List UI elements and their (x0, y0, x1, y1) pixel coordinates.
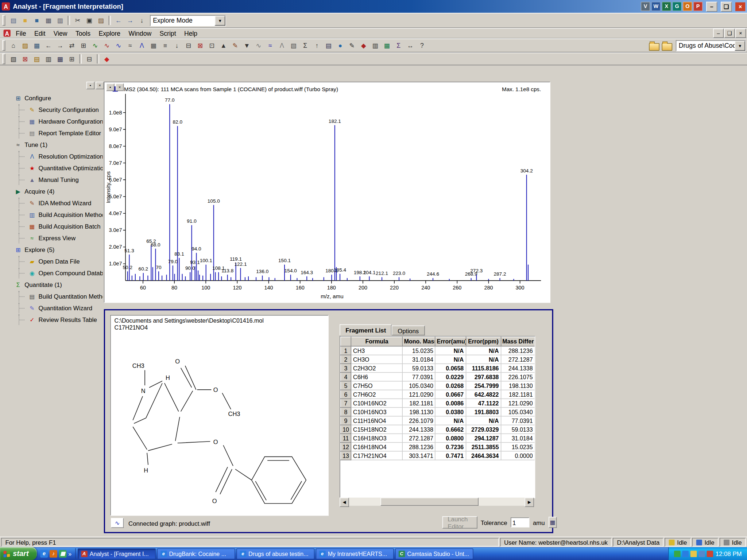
show-info-icon[interactable]: ● (335, 40, 345, 50)
close-button[interactable]: × (735, 2, 745, 11)
sidebar-item-review-results-table[interactable]: ✓Review Results Table (14, 314, 102, 326)
help-mode-icon[interactable]: ? (417, 40, 427, 50)
camtasia-tray-icon[interactable] (674, 551, 681, 557)
outlook-icon[interactable]: O (683, 2, 692, 11)
security-tray-icon[interactable] (707, 551, 713, 557)
mdi-restore-button[interactable]: ❑ (724, 28, 735, 38)
fragment-row[interactable]: 7C10H16NO2182.11810.008647.1122121.0290C… (341, 399, 535, 408)
sidebar-item-acquire-4[interactable]: ▶Acquire (4) (14, 186, 102, 197)
open-icon[interactable]: ■ (20, 15, 30, 25)
pane-options-icon[interactable]: ▪ (106, 83, 114, 91)
menu-item-file[interactable]: File (12, 29, 30, 37)
offset-icon[interactable]: ↑ (311, 40, 322, 50)
paste-icon[interactable]: ▨ (96, 15, 106, 25)
fragment-row[interactable]: 5C7H5O105.03400.0268254.7999198.1130C10H… (341, 381, 535, 390)
save-compound-folder-icon[interactable] (662, 43, 672, 51)
excel-icon[interactable]: X (662, 2, 671, 11)
quick-launch-overflow-icon[interactable]: » (68, 551, 71, 557)
ie-quicklaunch-icon[interactable]: e (40, 550, 48, 557)
sidebar-item-open-compound-database[interactable]: ◉Open Compound Database (14, 267, 102, 279)
sidebar-item-report-template-editor[interactable]: ▤Report Template Editor (14, 127, 102, 139)
fragment-row[interactable]: 6C7H6O2121.02900.0667642.4822182.1181C10… (341, 390, 535, 399)
menu-item-tools[interactable]: Tools (71, 29, 94, 37)
toolbar-grip[interactable] (2, 15, 5, 26)
volume-tray-icon[interactable] (690, 551, 697, 557)
cycle-overlay-icon[interactable]: ↓ (171, 40, 182, 50)
delete-selected-icon[interactable]: ⊠ (20, 54, 30, 64)
desktop-quicklaunch-icon[interactable]: ▦ (59, 550, 67, 557)
fragment-row[interactable]: 4C6H677.03910.0229297.6838226.1075C11H16… (341, 373, 535, 381)
sidebar-item-resolution-optimization[interactable]: ΛResolution Optimization (14, 151, 102, 162)
threshold-icon[interactable]: ▼ (241, 40, 252, 50)
send-icon[interactable]: ↓ (136, 15, 147, 25)
groupwise-icon[interactable]: G (672, 2, 682, 11)
clock[interactable]: 12:08 PM (716, 550, 742, 557)
fragment-row[interactable]: 10C15H18NO2244.13380.66622729.032959.013… (341, 425, 535, 434)
launch-editor-button[interactable]: Launch Editor (442, 516, 477, 529)
sidebar-item-build-quantitation-method[interactable]: ▤Build Quantitation Method (14, 291, 102, 302)
show-audit-icon[interactable]: ▦ (55, 54, 65, 64)
baseline-subtract-icon[interactable]: ∿ (253, 40, 264, 50)
undo-icon[interactable]: ← (113, 15, 124, 25)
show-spectrum-icon[interactable]: Λ (136, 40, 147, 50)
delete-pane-icon[interactable]: ⊠ (195, 40, 205, 50)
sidebar-item-ida-method-wizard[interactable]: ✎IDA Method Wizard (14, 197, 102, 209)
fragment-row[interactable]: 2CH3O31.0184N/AN/A272.1287C16H18N (341, 355, 535, 364)
print-graph-icon[interactable]: ▦ (31, 40, 42, 50)
fragment-table-hscrollbar[interactable]: ◀ ▶ (340, 498, 534, 506)
sidebar-item-tune-1[interactable]: ≈Tune (1) (14, 139, 102, 151)
tab-fragment-list[interactable]: Fragment List (340, 324, 392, 335)
layout-icon[interactable]: ⊞ (66, 54, 77, 64)
sidebar-item-hardware-configuration[interactable]: ▦Hardware Configuration (14, 116, 102, 127)
library-search-icon[interactable]: ▥ (370, 40, 380, 50)
column-header-error-amu[interactable]: Error(amu) (435, 337, 465, 346)
toolbar-grip[interactable] (2, 40, 5, 51)
pin-pane-icon[interactable]: ▪ (86, 82, 94, 89)
menu-item-window[interactable]: Window (124, 29, 155, 37)
column-header-error-ppm[interactable]: Error(ppm) (466, 337, 501, 346)
powerpoint-icon[interactable]: P (693, 2, 703, 11)
scroll-right-icon[interactable]: ▶ (525, 498, 534, 507)
menu-item-explore[interactable]: Explore (94, 29, 124, 37)
menu-item-edit[interactable]: Edit (30, 29, 50, 37)
sidebar-item-quantitate-1[interactable]: ΣQuantitate (1) (14, 279, 102, 291)
expand-range-icon[interactable]: ⇄ (66, 40, 77, 50)
scrollbar-track[interactable] (349, 498, 525, 506)
analyst-logo-icon[interactable]: ◆ (101, 54, 112, 64)
start-button[interactable]: start (0, 547, 37, 560)
print-icon[interactable]: ▦ (43, 15, 54, 25)
column-header-mass-differ[interactable]: Mass Differ (501, 337, 535, 346)
fragment-row[interactable]: 13C17H21NO4303.14710.74712464.36340.0000… (341, 451, 535, 460)
scrollbar-thumb[interactable] (380, 498, 478, 506)
forward-icon[interactable]: → (55, 40, 65, 50)
show-bpc-icon[interactable]: ∿ (113, 40, 124, 50)
window-tile-icon[interactable]: ⊟ (84, 54, 94, 64)
open-data-file-toolbar-icon[interactable]: ▨ (20, 40, 30, 50)
menu-item-script[interactable]: Script (155, 29, 180, 37)
fragment-list-table[interactable]: FormulaMono. MassError(amu)Error(ppm)Mas… (340, 337, 535, 460)
chevron-down-icon[interactable]: ▼ (735, 40, 745, 50)
sidebar-item-manual-tuning[interactable]: ▲Manual Tuning (14, 174, 102, 186)
sidebar-item-open-data-file[interactable]: ▰Open Data File (14, 256, 102, 267)
media-quicklaunch-icon[interactable]: ♪ (50, 550, 57, 557)
sidebar-item-explore-5[interactable]: ⊞Explore (5) (14, 244, 102, 256)
menu-item-view[interactable]: View (50, 29, 71, 37)
toolbar-grip[interactable] (2, 54, 5, 64)
overlay-icon[interactable]: ≡ (160, 40, 170, 50)
close-pane-icon[interactable]: × (96, 82, 104, 89)
new-icon[interactable]: ▤ (8, 15, 19, 25)
explore-mode-combobox[interactable]: Explore Mode ▼ (150, 15, 226, 26)
show-contour-icon[interactable]: ▩ (148, 40, 159, 50)
fragment-row[interactable]: 12C16H18NO4288.12360.72362511.385515.023… (341, 443, 535, 451)
show-tic-icon[interactable]: ∿ (90, 40, 100, 50)
show-xic-icon[interactable]: ∿ (101, 40, 112, 50)
normalize-icon[interactable]: Σ (300, 40, 310, 50)
mail-results-icon[interactable]: ▤ (31, 54, 42, 64)
zoom-all-icon[interactable]: ⊞ (78, 40, 89, 50)
compound-database-icon[interactable]: ▦ (382, 40, 392, 50)
sidebar-item-security-configuration[interactable]: ✎Security Configuration (14, 104, 102, 116)
scroll-left-icon[interactable]: ◀ (340, 498, 349, 507)
list-data-icon[interactable]: ▤ (323, 40, 334, 50)
tolerance-adjust-button[interactable]: ▦ (548, 517, 557, 528)
cut-icon[interactable]: ✂ (72, 15, 83, 25)
